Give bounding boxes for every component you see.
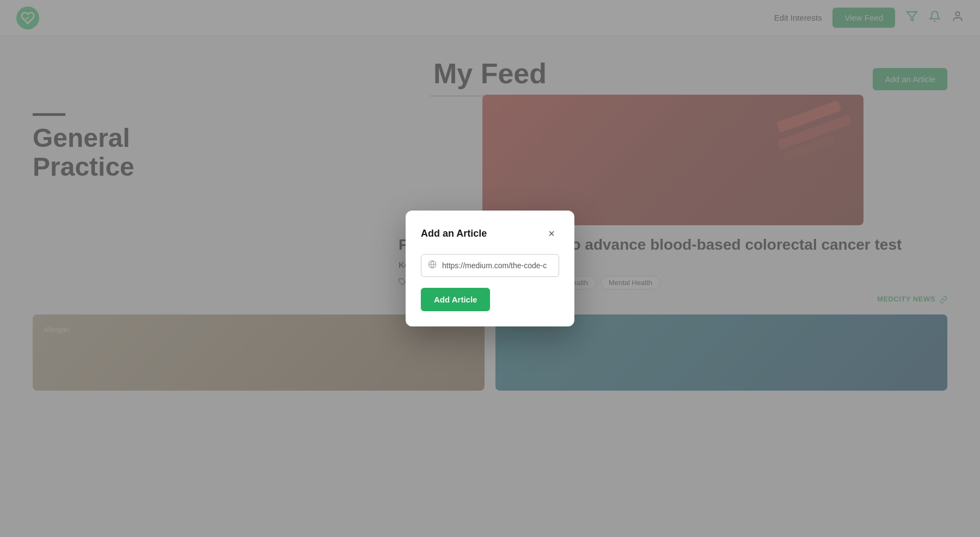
modal-title: Add an Article [421, 228, 487, 239]
url-input-wrapper [421, 254, 559, 277]
modal-close-button[interactable]: × [544, 226, 559, 241]
article-url-input[interactable] [442, 261, 552, 270]
modal-container: Add an Article × Add Article [0, 0, 980, 537]
globe-icon [428, 260, 437, 271]
modal-header: Add an Article × [421, 226, 559, 241]
modal-add-article-button[interactable]: Add Article [421, 288, 490, 311]
add-article-modal: Add an Article × Add Article [406, 211, 574, 326]
